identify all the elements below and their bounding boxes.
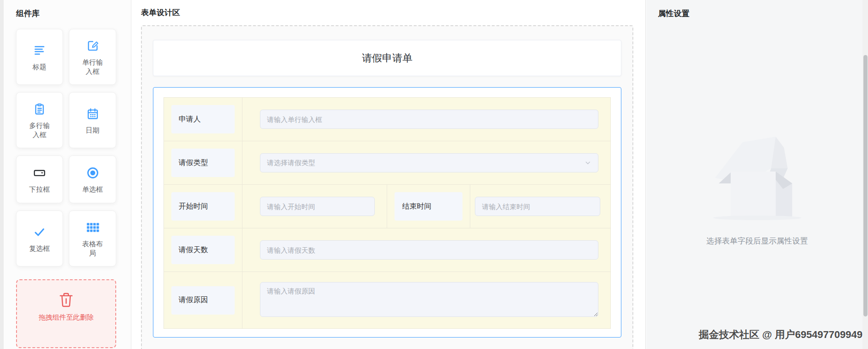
leave-type-select[interactable]: 请选择请假类型 <box>260 153 598 172</box>
dropdown-icon <box>33 166 46 179</box>
form-design-panel: 表单设计区 请假申请单 申请人 <box>132 0 646 349</box>
chevron-down-icon <box>584 159 592 166</box>
left-edge-strip <box>0 0 4 349</box>
single-line-input-icon <box>86 39 99 52</box>
component-card-table-layout[interactable]: 表格布局 <box>69 211 116 266</box>
form-table: 申请人 请假类型 请选择请假类型 <box>163 97 611 329</box>
component-label: 单选框 <box>82 185 103 194</box>
component-label: 标题 <box>33 62 46 72</box>
table-layout-icon <box>86 221 99 234</box>
component-label: 复选框 <box>29 244 50 253</box>
end-time-input[interactable] <box>475 197 600 216</box>
component-card-radio[interactable]: 单选框 <box>69 155 116 203</box>
component-library-panel: 组件库 标题 单行输入框 <box>4 0 131 349</box>
component-label: 单行输入框 <box>81 58 105 76</box>
checkbox-icon <box>33 226 46 238</box>
component-library-title: 组件库 <box>16 8 131 19</box>
component-card-title[interactable]: 标题 <box>16 29 63 85</box>
date-icon <box>86 107 99 120</box>
component-card-single-line-input[interactable]: 单行输入框 <box>69 29 116 85</box>
leave-days-input[interactable] <box>260 240 598 260</box>
component-label: 多行输入框 <box>28 121 51 139</box>
delete-drop-zone[interactable]: 拖拽组件至此删除 <box>16 279 116 348</box>
title-icon <box>33 44 46 57</box>
component-card-multi-line-input[interactable]: 多行输入框 <box>16 92 63 148</box>
table-row: 申请人 <box>164 98 611 141</box>
properties-title: 属性设置 <box>658 8 689 19</box>
design-area-title: 表单设计区 <box>141 7 633 18</box>
table-row: 请假原因 <box>164 272 611 329</box>
select-placeholder: 请选择请假类型 <box>267 159 315 167</box>
scrollbar-track <box>862 0 868 349</box>
form-title-text: 请假申请单 <box>362 51 412 65</box>
component-card-dropdown[interactable]: 下拉框 <box>16 155 63 203</box>
start-time-input[interactable] <box>260 197 375 216</box>
field-leave-days-label[interactable]: 请假天数 <box>171 236 235 264</box>
empty-box-illustration <box>702 124 812 220</box>
applicant-input[interactable] <box>260 110 598 129</box>
properties-empty-text: 选择表单字段后显示属性设置 <box>646 236 868 246</box>
table-row: 开始时间 结束时间 <box>164 185 611 228</box>
form-designer-app: 组件库 标题 单行输入框 <box>0 0 868 349</box>
delete-zone-label: 拖拽组件至此删除 <box>39 313 94 322</box>
design-canvas[interactable]: 请假申请单 申请人 请假类型 <box>141 25 633 349</box>
component-label: 表格布局 <box>81 239 105 258</box>
properties-panel: 属性设置 选择表单字段后显示属性设置 掘金技术社区 @ 用户6954977099… <box>646 0 868 349</box>
component-label: 下拉框 <box>29 185 50 194</box>
component-label: 日期 <box>86 126 100 135</box>
field-end-time-label[interactable]: 结束时间 <box>395 192 462 221</box>
radio-icon <box>86 166 99 179</box>
properties-empty-state: 选择表单字段后显示属性设置 <box>646 124 868 246</box>
table-row: 请假类型 请选择请假类型 <box>164 141 611 185</box>
watermark: 掘金技术社区 @ 用户695497709949 <box>699 328 862 342</box>
field-start-time-label[interactable]: 开始时间 <box>171 192 235 221</box>
field-applicant-label[interactable]: 申请人 <box>171 105 235 133</box>
form-title-widget[interactable]: 请假申请单 <box>153 40 621 76</box>
table-row: 请假天数 <box>164 228 611 272</box>
table-layout-widget[interactable]: 申请人 请假类型 请选择请假类型 <box>153 87 621 338</box>
component-card-checkbox[interactable]: 复选框 <box>16 211 63 266</box>
field-leave-type-label[interactable]: 请假类型 <box>171 149 235 177</box>
multi-line-input-icon <box>33 103 46 116</box>
component-grid: 标题 单行输入框 多行输入框 <box>16 29 131 266</box>
scrollbar-thumb[interactable] <box>863 55 868 316</box>
component-card-date[interactable]: 日期 <box>69 92 116 148</box>
trash-icon <box>59 292 73 308</box>
leave-reason-textarea[interactable] <box>260 282 598 317</box>
field-leave-reason-label[interactable]: 请假原因 <box>171 286 235 315</box>
